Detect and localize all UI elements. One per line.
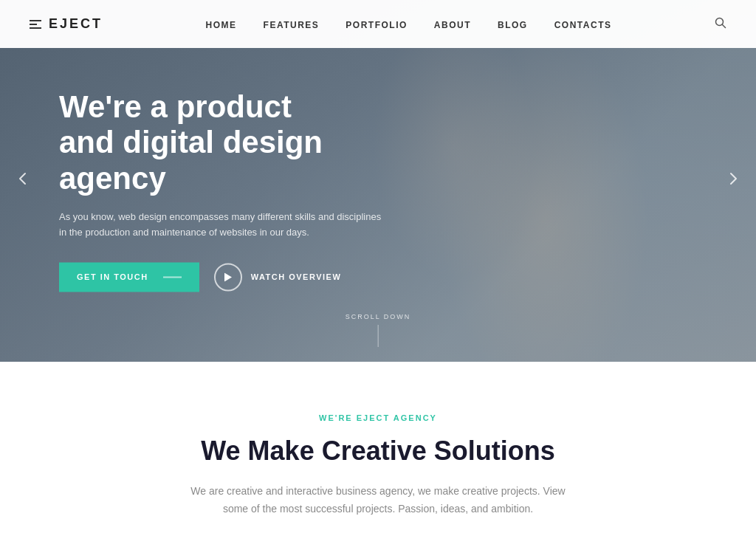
- watch-overview-button[interactable]: WATCH OVERVIEW: [214, 264, 342, 292]
- get-in-touch-button[interactable]: GET IN TOUCH: [59, 263, 199, 292]
- hero-buttons: GET IN TOUCH WATCH OVERVIEW: [59, 263, 428, 292]
- nav-item-blog[interactable]: BLOG: [498, 18, 528, 31]
- nav-item-features[interactable]: FEATURES: [264, 18, 320, 31]
- hero-prev-button[interactable]: [15, 171, 31, 191]
- nav-link-portfolio[interactable]: PORTFOLIO: [346, 20, 408, 30]
- svg-line-1: [723, 24, 726, 27]
- nav-link-features[interactable]: FEATURES: [264, 20, 320, 30]
- logo-icon: [30, 20, 41, 29]
- hero-title: We're a productand digital design agency: [59, 89, 428, 196]
- button-dash: [163, 277, 182, 278]
- nav-item-portfolio[interactable]: PORTFOLIO: [346, 18, 408, 31]
- hero-next-button[interactable]: [725, 171, 741, 191]
- nav-links: HOME FEATURES PORTFOLIO ABOUT BLOG CONTA…: [206, 18, 612, 31]
- about-section-label: WE'RE EJECT AGENCY: [30, 413, 726, 422]
- nav-item-contacts[interactable]: CONTACTS: [554, 18, 612, 31]
- nav-item-home[interactable]: HOME: [206, 18, 237, 31]
- nav-link-contacts[interactable]: CONTACTS: [554, 20, 612, 30]
- search-icon[interactable]: [715, 17, 726, 32]
- nav-link-blog[interactable]: BLOG: [498, 20, 528, 30]
- scroll-down-label: SCROLL DOWN: [346, 313, 411, 320]
- nav-item-about[interactable]: ABOUT: [434, 18, 471, 31]
- svg-marker-2: [224, 273, 232, 282]
- hero-subtitle: As you know, web design encompasses many…: [59, 210, 384, 241]
- hero-content: We're a productand digital design agency…: [59, 89, 428, 292]
- scroll-down-indicator: SCROLL DOWN: [346, 313, 411, 347]
- navbar: EJECT HOME FEATURES PORTFOLIO ABOUT BLOG…: [0, 0, 756, 48]
- get-in-touch-label: GET IN TOUCH: [77, 273, 148, 282]
- logo-text: EJECT: [49, 16, 103, 32]
- about-section-description: We are creative and interactive business…: [186, 483, 570, 518]
- play-icon: [214, 264, 242, 292]
- hero-section: EJECT HOME FEATURES PORTFOLIO ABOUT BLOG…: [0, 0, 756, 362]
- logo[interactable]: EJECT: [30, 16, 103, 32]
- nav-link-about[interactable]: ABOUT: [434, 20, 471, 30]
- watch-overview-label: WATCH OVERVIEW: [251, 273, 342, 282]
- about-section-title: We Make Creative Solutions: [30, 436, 726, 467]
- about-section: WE'RE EJECT AGENCY We Make Creative Solu…: [0, 362, 756, 550]
- scroll-line: [378, 325, 379, 347]
- nav-link-home[interactable]: HOME: [206, 20, 237, 30]
